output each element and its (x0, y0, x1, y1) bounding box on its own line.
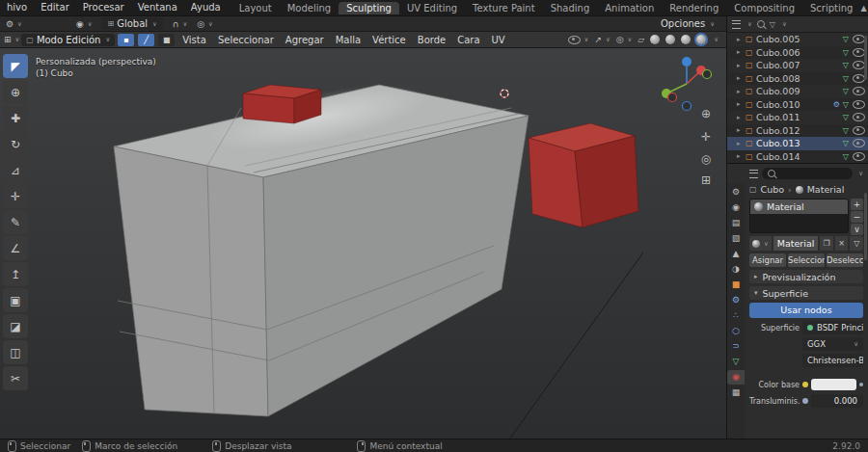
properties-scrollbar[interactable] (864, 193, 867, 260)
outliner-row-cubo-006[interactable]: ▸ ▢ Cubo.006 ▽ (727, 46, 868, 60)
overlays-button[interactable]: ◎ ∨ (616, 35, 633, 44)
visibility-eye-icon[interactable] (853, 100, 865, 109)
knife-tool[interactable]: ✂ (3, 366, 28, 390)
menu-vista[interactable]: Vista (177, 35, 211, 45)
workspace-tab-modeling[interactable]: Modeling (280, 2, 339, 14)
material-properties-tab[interactable]: ◉ (727, 370, 745, 385)
object-data-properties-tab[interactable]: ▽ (728, 355, 744, 369)
menu-agregar[interactable]: Agregar (281, 35, 329, 45)
properties-editor-icon[interactable] (749, 170, 758, 178)
diagonal-edge[interactable] (509, 253, 643, 439)
shading-material-button[interactable] (681, 35, 691, 44)
workspace-tab-layout[interactable]: Layout (231, 2, 280, 14)
subsurface-method-dropdown[interactable]: Christensen-B... ∨ (802, 354, 863, 367)
visibility-eye-icon[interactable] (853, 87, 865, 95)
material-name-field[interactable]: Material (773, 236, 819, 251)
constraints-properties-tab[interactable]: ⊃ (728, 339, 744, 354)
add-slot-button[interactable]: + (851, 199, 863, 210)
tweak-select-tool[interactable]: ◤ (3, 54, 28, 78)
workspace-tab-texture-paint[interactable]: Texture Paint (465, 2, 543, 14)
navigation-gizmo[interactable] (662, 57, 712, 111)
camera-view-icon[interactable]: ◎ (698, 151, 714, 167)
shading-solid-button[interactable] (665, 35, 675, 44)
shading-wireframe-button[interactable] (650, 35, 660, 44)
snap-button[interactable]: ∩ ∨ (173, 19, 187, 29)
world-properties-tab[interactable]: ◑ (728, 262, 744, 277)
red-cube-1[interactable] (243, 85, 321, 123)
shading-caret-icon[interactable]: ∨ (714, 36, 719, 43)
outliner-row-cubo-012[interactable]: ▸ ▢ Cubo.012 ▽ (727, 124, 868, 138)
mode-dropdown[interactable]: ▢ Modo Edición ∨ (21, 34, 115, 46)
view-layer-properties-tab[interactable]: ▧ (728, 231, 744, 246)
particles-properties-tab[interactable]: ∴ (728, 308, 744, 323)
workspace-tab-animation[interactable]: Animation (597, 2, 662, 14)
menu-procesar[interactable]: Procesar (76, 0, 131, 15)
outliner-row-cubo-007[interactable]: ▸ ▢ Cubo.007 ▽ (727, 59, 868, 72)
outliner-display-mode-icon[interactable] (732, 20, 741, 29)
workspace-tab-shading[interactable]: Shading (543, 2, 598, 14)
zoom-icon[interactable]: ⊕ (698, 106, 714, 121)
expand-arrow-icon[interactable]: ▸ (737, 152, 746, 160)
texture-properties-tab[interactable]: ▦ (728, 386, 744, 400)
breadcrumb-object[interactable]: Cubo (761, 184, 785, 195)
scene-properties-tab[interactable]: ▲ (728, 247, 744, 261)
surface-shader-dropdown[interactable]: BSDF Princip... (802, 321, 863, 334)
expand-arrow-icon[interactable]: ▸ (737, 126, 746, 134)
bevel-tool[interactable]: ◪ (3, 314, 28, 338)
outliner-row-cubo-011[interactable]: ▸ ▢ Cubo.011 ▽ (727, 111, 868, 124)
edge-select-mode-button[interactable]: ╱ (138, 34, 154, 46)
expand-arrow-icon[interactable]: ▸ (737, 62, 746, 69)
modifier-properties-tab[interactable]: ⚙ (728, 293, 744, 307)
face-select-mode-button[interactable]: ■ (158, 34, 175, 46)
3d-cursor[interactable] (501, 90, 508, 97)
menu-seleccionar[interactable]: Seleccionar (213, 35, 279, 45)
output-properties-tab[interactable]: ▤ (728, 216, 744, 230)
active-tool-button[interactable]: ⚙ ∨ (6, 19, 22, 29)
expand-arrow-icon[interactable]: ▸ (737, 88, 746, 95)
xray-toggle-button[interactable]: ▱ (637, 35, 644, 44)
expand-arrow-icon[interactable]: ▸ (737, 140, 746, 147)
menu-uv[interactable]: UV (487, 35, 510, 45)
distribution-dropdown[interactable]: GGX ∨ (802, 337, 863, 351)
outliner-search-icon[interactable] (757, 20, 765, 28)
material-filter-button[interactable]: ▽ (850, 236, 863, 251)
workspace-tab-uv-editing[interactable]: UV Editing (399, 2, 465, 14)
visibility-eye-icon[interactable] (853, 152, 865, 161)
gizmos-button[interactable]: ↗ ∨ (594, 35, 610, 44)
outliner-filter-icon[interactable]: ▽ (770, 20, 775, 29)
scene-canvas[interactable] (29, 48, 726, 439)
workspace-tab-rendering[interactable]: Rendering (662, 2, 726, 14)
menu-editar[interactable]: Editar (34, 0, 76, 15)
vertex-select-mode-button[interactable]: ▪ (118, 34, 134, 46)
loop-cut-tool[interactable]: ◫ (3, 340, 28, 364)
object-properties-tab[interactable]: ■ (728, 278, 744, 292)
breadcrumb-data[interactable]: Material (807, 184, 845, 195)
expand-arrow-icon[interactable]: ▸ (737, 48, 746, 56)
remove-slot-button[interactable]: − (851, 211, 863, 223)
extrude-tool[interactable]: ↥ (3, 262, 28, 286)
perspective-toggle-icon[interactable]: ⊞ (698, 173, 714, 188)
gray-box[interactable] (114, 72, 529, 416)
menu-ayuda[interactable]: Ayuda (184, 0, 228, 15)
render-properties-tab[interactable]: ◉ (728, 200, 744, 215)
expand-arrow-icon[interactable]: ▸ (737, 100, 746, 108)
physics-properties-tab[interactable]: ○ (728, 324, 744, 338)
base-color-swatch[interactable] (811, 379, 856, 390)
menu-malla[interactable]: Malla (331, 35, 366, 45)
transform-orientation-dropdown[interactable]: ⊞ Global ∨ (101, 17, 162, 30)
deselect-button[interactable]: Deselecci... (827, 253, 863, 267)
outliner-row-cubo-013[interactable]: ▸ ▢ Cubo.013 ▽ (727, 137, 868, 150)
cursor-tool[interactable]: ⊕ (3, 80, 28, 104)
measure-tool[interactable]: ∠ (3, 236, 28, 260)
menu-borde[interactable]: Borde (413, 35, 450, 45)
expand-arrow-icon[interactable]: ▸ (737, 74, 746, 82)
copy-material-button[interactable]: ❐ (820, 236, 833, 251)
browse-material-button[interactable]: ∨ (749, 236, 772, 251)
use-nodes-button[interactable]: Usar nodos (749, 303, 863, 318)
scene-selector[interactable]: ▲ ∨ Scene × (860, 3, 868, 13)
select-button[interactable]: Seleccionar (788, 253, 825, 267)
unlink-material-button[interactable]: × (835, 236, 849, 251)
outliner-row-cubo-008[interactable]: ▸ ▢ Cubo.008 ▽ (727, 72, 868, 86)
pan-hand-icon[interactable]: ✛ (698, 129, 714, 145)
visibility-eye-icon[interactable] (853, 126, 865, 135)
